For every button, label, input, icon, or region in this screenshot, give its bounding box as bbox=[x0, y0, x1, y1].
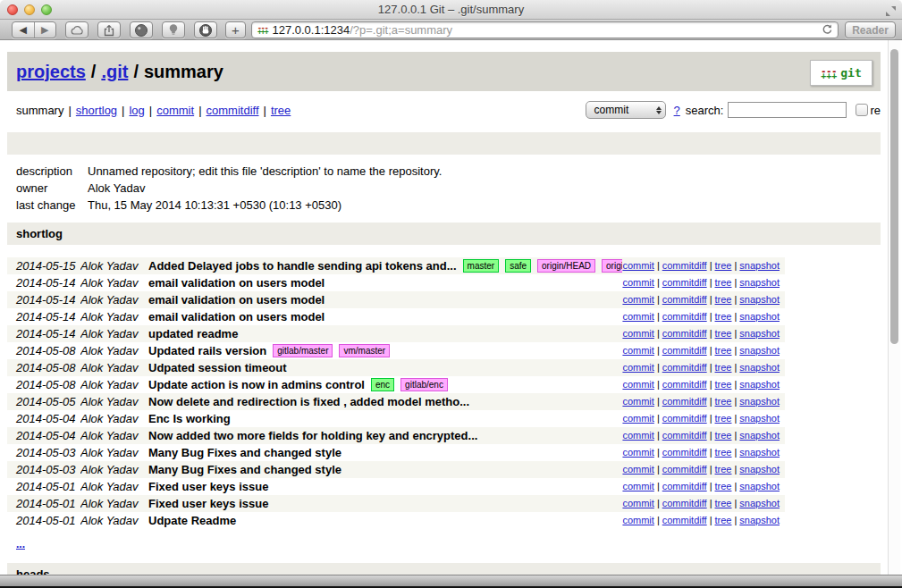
extension-hand-button[interactable] bbox=[194, 21, 217, 38]
tree-link[interactable]: tree bbox=[715, 345, 732, 356]
commit-link[interactable]: commit bbox=[622, 260, 653, 271]
address-bar[interactable]: ---+++ 127.0.0.1:1234/?p=.git;a=summary bbox=[251, 21, 839, 38]
commit-link[interactable]: commit bbox=[622, 362, 653, 373]
nav-link-commit[interactable]: commit bbox=[156, 104, 194, 117]
commitdiff-link[interactable]: commitdiff bbox=[662, 362, 707, 373]
nav-link-commitdiff[interactable]: commitdiff bbox=[207, 104, 259, 117]
commitdiff-link[interactable]: commitdiff bbox=[662, 328, 707, 339]
commitdiff-link[interactable]: commitdiff bbox=[662, 447, 707, 458]
commit-link[interactable]: commit bbox=[622, 379, 653, 390]
fullscreen-icon[interactable] bbox=[885, 4, 897, 16]
tree-link[interactable]: tree bbox=[715, 277, 732, 288]
snapshot-link[interactable]: snapshot bbox=[739, 413, 780, 424]
commitdiff-link[interactable]: commitdiff bbox=[662, 481, 707, 491]
commit-message-link[interactable]: Now delete and redirection is fixed , ad… bbox=[148, 393, 469, 410]
snapshot-link[interactable]: snapshot bbox=[739, 515, 780, 525]
tree-link[interactable]: tree bbox=[715, 498, 732, 508]
breadcrumb-repo-link[interactable]: .git bbox=[101, 62, 128, 82]
snapshot-link[interactable]: snapshot bbox=[739, 277, 780, 288]
share-button[interactable] bbox=[97, 21, 121, 38]
tree-link[interactable]: tree bbox=[715, 362, 732, 373]
commit-link[interactable]: commit bbox=[622, 464, 653, 475]
commitdiff-link[interactable]: commitdiff bbox=[662, 379, 707, 390]
commit-link[interactable]: commit bbox=[622, 345, 653, 356]
commit-link[interactable]: commit bbox=[622, 515, 653, 525]
back-button[interactable]: ◀ bbox=[13, 22, 34, 38]
commit-link[interactable]: commit bbox=[622, 277, 653, 288]
snapshot-link[interactable]: snapshot bbox=[739, 498, 780, 508]
commitdiff-link[interactable]: commitdiff bbox=[662, 498, 707, 508]
commit-message-link[interactable]: Fixed user keys issue bbox=[148, 478, 268, 495]
snapshot-link[interactable]: snapshot bbox=[739, 345, 780, 356]
commit-message-link[interactable]: Added Delayed jobs to handle sending api… bbox=[148, 257, 457, 274]
tree-link[interactable]: tree bbox=[715, 515, 732, 525]
tree-link[interactable]: tree bbox=[715, 294, 732, 305]
commit-link[interactable]: commit bbox=[622, 413, 653, 424]
forward-button[interactable]: ▶ bbox=[34, 22, 56, 38]
ref-badge-remote[interactable]: vm/master bbox=[339, 344, 390, 357]
commitdiff-link[interactable]: commitdiff bbox=[662, 294, 707, 305]
tree-link[interactable]: tree bbox=[715, 379, 732, 390]
ref-badge-remote[interactable]: origin/master bbox=[602, 259, 622, 273]
snapshot-link[interactable]: snapshot bbox=[739, 430, 780, 441]
commit-message-link[interactable]: Udpate Readme bbox=[148, 512, 236, 529]
scrollbar[interactable] bbox=[888, 40, 900, 575]
tree-link[interactable]: tree bbox=[715, 311, 732, 322]
snapshot-link[interactable]: snapshot bbox=[739, 481, 780, 491]
nav-link-tree[interactable]: tree bbox=[271, 104, 291, 117]
scrollbar-thumb[interactable] bbox=[890, 49, 898, 344]
commit-link[interactable]: commit bbox=[622, 396, 653, 407]
ref-badge-head[interactable]: enc bbox=[371, 378, 394, 391]
commit-message-link[interactable]: Fixed user keys issue bbox=[148, 495, 268, 512]
commitdiff-link[interactable]: commitdiff bbox=[662, 464, 707, 475]
icloud-tabs-button[interactable] bbox=[65, 21, 89, 38]
search-help-link[interactable]: ? bbox=[674, 104, 680, 117]
commit-message-link[interactable]: updated readme bbox=[148, 325, 238, 342]
commit-message-link[interactable]: email validation on users model bbox=[148, 308, 325, 325]
commitdiff-link[interactable]: commitdiff bbox=[662, 430, 707, 441]
nav-link-log[interactable]: log bbox=[129, 104, 144, 117]
commit-message-link[interactable]: Update action is now in admins control bbox=[148, 376, 365, 393]
snapshot-link[interactable]: snapshot bbox=[739, 311, 780, 322]
commit-message-link[interactable]: Many Bug Fixes and changed style bbox=[148, 444, 341, 461]
commit-link[interactable]: commit bbox=[622, 311, 653, 322]
commit-link[interactable]: commit bbox=[622, 294, 653, 305]
ref-badge-remote[interactable]: gitlab/enc bbox=[400, 378, 448, 391]
tree-link[interactable]: tree bbox=[715, 464, 732, 475]
commit-message-link[interactable]: email validation on users model bbox=[148, 291, 325, 308]
commit-link[interactable]: commit bbox=[622, 498, 653, 508]
shortlog-section-title[interactable]: shortlog bbox=[7, 223, 881, 245]
reader-button[interactable]: Reader bbox=[845, 21, 896, 38]
regexp-checkbox[interactable] bbox=[856, 104, 868, 116]
snapshot-link[interactable]: snapshot bbox=[739, 260, 780, 271]
git-logo-button[interactable]: --- +++ git bbox=[810, 60, 872, 86]
commitdiff-link[interactable]: commitdiff bbox=[662, 345, 707, 356]
tree-link[interactable]: tree bbox=[715, 430, 732, 441]
commit-link[interactable]: commit bbox=[622, 328, 653, 339]
commitdiff-link[interactable]: commitdiff bbox=[662, 413, 707, 424]
snapshot-link[interactable]: snapshot bbox=[739, 396, 780, 407]
tree-link[interactable]: tree bbox=[715, 396, 732, 407]
search-input[interactable] bbox=[728, 102, 847, 118]
ref-badge-head[interactable]: safe bbox=[505, 259, 531, 273]
commit-link[interactable]: commit bbox=[622, 430, 653, 441]
search-type-select[interactable]: commit bbox=[586, 101, 666, 119]
commitdiff-link[interactable]: commitdiff bbox=[662, 396, 707, 407]
commit-link[interactable]: commit bbox=[622, 481, 653, 491]
commit-message-link[interactable]: Many Bug Fixes and changed style bbox=[148, 461, 341, 478]
tree-link[interactable]: tree bbox=[715, 413, 732, 424]
commit-message-link[interactable]: Enc Is working bbox=[148, 410, 231, 427]
ref-badge-remote[interactable]: origin/HEAD bbox=[537, 259, 595, 273]
commit-message-link[interactable]: Updated rails version bbox=[148, 342, 266, 359]
snapshot-link[interactable]: snapshot bbox=[739, 379, 780, 390]
reload-button[interactable] bbox=[821, 23, 832, 38]
tree-link[interactable]: tree bbox=[715, 447, 732, 458]
ref-badge-head[interactable]: master bbox=[463, 259, 500, 273]
ref-badge-remote[interactable]: gitlab/master bbox=[273, 344, 333, 357]
snapshot-link[interactable]: snapshot bbox=[739, 362, 780, 373]
commit-message-link[interactable]: Now added two more fields for holding ke… bbox=[148, 427, 477, 444]
commit-message-link[interactable]: email validation on users model bbox=[148, 274, 325, 291]
heads-section-title[interactable]: heads bbox=[7, 563, 881, 575]
commitdiff-link[interactable]: commitdiff bbox=[662, 311, 707, 322]
commitdiff-link[interactable]: commitdiff bbox=[662, 260, 707, 271]
